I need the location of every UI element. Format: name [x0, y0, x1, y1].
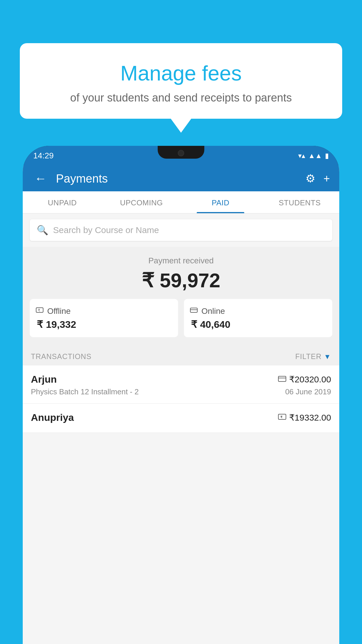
bubble-title: Manage fees [31, 61, 331, 86]
filter-button[interactable]: FILTER ▼ [295, 352, 331, 361]
transactions-header: TRANSACTIONS FILTER ▼ [23, 345, 339, 365]
card-icon [278, 375, 286, 384]
wifi-icon: ▾▴ [298, 152, 305, 160]
search-bar[interactable]: 🔍 Search by Course or Name [30, 219, 332, 241]
cash-icon: ₹ [278, 413, 286, 422]
tabs-bar: UNPAID UPCOMING PAID STUDENTS [23, 191, 339, 214]
online-icon [190, 306, 198, 316]
offline-payment-card: ₹ Offline ₹ 19,332 [30, 299, 178, 337]
transaction-amount-wrap: ₹20320.00 [278, 374, 331, 384]
transaction-detail: Physics Batch 12 Installment - 2 [31, 387, 139, 396]
app-screen: ← Payments ⚙ + UNPAID UPCOMING PAID [23, 166, 339, 644]
online-label: Online [201, 307, 225, 316]
battery-icon: ▮ [325, 152, 329, 160]
table-row[interactable]: Arjun ₹20320.00 Physics [23, 365, 339, 404]
page-title: Payments [56, 172, 298, 185]
search-icon: 🔍 [37, 225, 48, 236]
transaction-amount-wrap: ₹ ₹19332.00 [278, 412, 331, 423]
notch [158, 146, 204, 159]
phone-frame: 14:29 ▾▴ ▲▲ ▮ ← Payments ⚙ + [23, 146, 339, 644]
back-button[interactable]: ← [32, 169, 49, 188]
svg-text:₹: ₹ [280, 415, 282, 419]
payment-total-amount: ₹ 59,972 [30, 269, 332, 292]
transaction-amount: ₹20320.00 [289, 374, 331, 384]
transaction-date: 06 June 2019 [285, 387, 331, 396]
speech-bubble: Manage fees of your students and send re… [20, 43, 342, 119]
signal-icon: ▲▲ [308, 152, 322, 160]
svg-text:₹: ₹ [38, 308, 40, 312]
offline-label: Offline [47, 307, 71, 316]
status-time: 14:29 [33, 151, 54, 160]
online-amount: ₹ 40,640 [190, 318, 230, 330]
filter-icon: ▼ [324, 353, 331, 361]
top-bar: ← Payments ⚙ + [23, 166, 339, 191]
search-input[interactable]: Search by Course or Name [53, 225, 159, 235]
status-bar: 14:29 ▾▴ ▲▲ ▮ [23, 146, 339, 166]
payment-received-label: Payment received [30, 256, 332, 265]
plus-icon[interactable]: + [324, 172, 330, 185]
offline-icon: ₹ [36, 306, 44, 316]
payment-cards: ₹ Offline ₹ 19,332 [30, 299, 332, 337]
table-row[interactable]: Anupriya ₹ ₹19332.00 [23, 404, 339, 433]
payment-summary: Payment received ₹ 59,972 ₹ [23, 247, 339, 345]
transaction-name: Anupriya [31, 412, 74, 423]
transactions-label: TRANSACTIONS [31, 352, 92, 361]
camera [178, 150, 184, 156]
bubble-subtitle: of your students and send receipts to pa… [31, 92, 331, 104]
tab-paid[interactable]: PAID [181, 191, 260, 213]
top-bar-actions: ⚙ + [305, 172, 330, 185]
transaction-amount: ₹19332.00 [289, 412, 331, 423]
status-icons: ▾▴ ▲▲ ▮ [298, 152, 329, 160]
online-payment-card: Online ₹ 40,640 [184, 299, 332, 337]
tab-unpaid[interactable]: UNPAID [23, 191, 102, 213]
tab-upcoming[interactable]: UPCOMING [102, 191, 181, 213]
svg-rect-4 [278, 376, 286, 382]
filter-label: FILTER [295, 352, 321, 361]
svg-rect-2 [190, 308, 197, 312]
tab-students[interactable]: STUDENTS [260, 191, 340, 213]
gear-icon[interactable]: ⚙ [305, 172, 315, 185]
transaction-list: Arjun ₹20320.00 Physics [23, 365, 339, 433]
offline-amount: ₹ 19,332 [36, 318, 76, 330]
transaction-name: Arjun [31, 374, 57, 385]
